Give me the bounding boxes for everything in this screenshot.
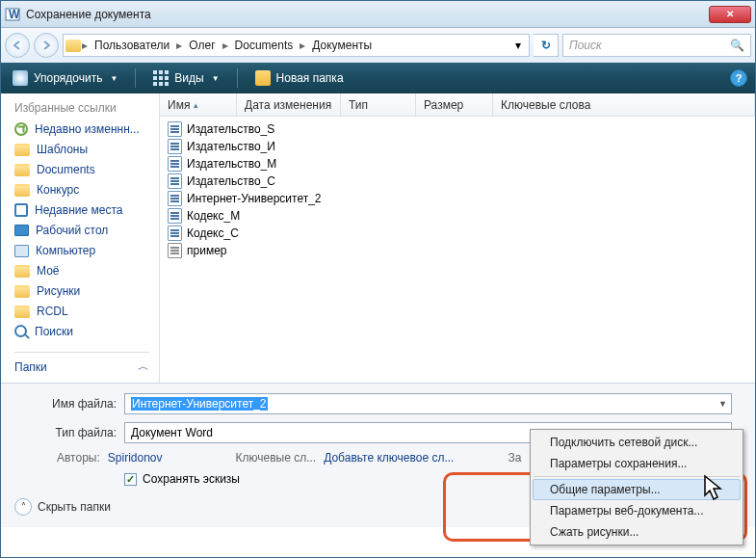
word-app-icon: W bbox=[5, 7, 20, 22]
document-icon bbox=[168, 173, 182, 189]
document-icon bbox=[168, 208, 182, 224]
filename-input[interactable]: Интернет-Университет_2 ▼ bbox=[124, 393, 732, 414]
title-label: За bbox=[508, 451, 521, 465]
views-button[interactable]: Виды ▼ bbox=[149, 68, 222, 88]
sidebar-item[interactable]: Компьютер bbox=[14, 244, 149, 257]
hide-folders-button[interactable]: ˄ Скрыть папки bbox=[14, 498, 111, 516]
document-icon bbox=[168, 139, 182, 154]
sidebar-item-label: Рабочий стол bbox=[36, 224, 108, 237]
help-button[interactable]: ? bbox=[730, 69, 747, 87]
file-row[interactable]: Издательство_М bbox=[160, 155, 755, 173]
chevron-up-circle-icon: ˄ bbox=[14, 498, 32, 516]
file-row[interactable]: Издательство_И bbox=[160, 138, 755, 155]
places-icon bbox=[14, 203, 28, 217]
tools-context-menu: Подключить сетевой диск... Параметры сох… bbox=[530, 429, 743, 545]
sidebar-item-label: Недавно изменнн... bbox=[35, 122, 140, 136]
search-input[interactable]: Поиск 🔍 bbox=[562, 34, 751, 57]
file-name: Кодекс_М bbox=[187, 209, 240, 223]
search-icon bbox=[14, 325, 28, 338]
sidebar-item[interactable]: Шаблоны bbox=[14, 143, 149, 156]
sidebar-item[interactable]: Конкурс bbox=[14, 183, 149, 197]
breadcrumb-segment[interactable]: Documents bbox=[229, 39, 300, 52]
file-name: Интернет-Университет_2 bbox=[187, 192, 322, 205]
menu-web-doc-options[interactable]: Параметры веб-документа... bbox=[533, 500, 741, 521]
file-row[interactable]: Издательство_S bbox=[160, 120, 755, 138]
recent-icon bbox=[14, 122, 28, 136]
chevron-up-icon: ︿ bbox=[138, 359, 149, 375]
new-folder-icon bbox=[255, 70, 271, 86]
command-toolbar: Упорядочить ▼ Виды ▼ Новая папка ? bbox=[1, 63, 755, 93]
column-keywords[interactable]: Ключевые слова bbox=[493, 93, 755, 116]
authors-value[interactable]: Spiridonov bbox=[108, 451, 163, 465]
sidebar-item-label: Компьютер bbox=[36, 244, 95, 257]
organize-button[interactable]: Упорядочить ▼ bbox=[9, 68, 121, 88]
new-folder-button[interactable]: Новая папка bbox=[251, 68, 348, 88]
file-name: Издательство_S bbox=[187, 122, 274, 136]
breadcrumb-segment[interactable]: Олег bbox=[183, 39, 221, 52]
sidebar-item[interactable]: Недавно изменнн... bbox=[14, 122, 149, 136]
organize-icon bbox=[13, 70, 28, 86]
menu-connect-drive[interactable]: Подключить сетевой диск... bbox=[533, 432, 741, 453]
folder-icon bbox=[65, 40, 81, 52]
svg-text:W: W bbox=[9, 8, 20, 21]
address-bar[interactable]: ▸ Пользователи▸ Олег▸ Documents▸ Докумен… bbox=[63, 34, 530, 57]
file-row[interactable]: Кодекс_С bbox=[160, 225, 755, 242]
sidebar-item[interactable]: Поиски bbox=[14, 325, 149, 338]
file-row[interactable]: Издательство_С bbox=[160, 173, 755, 190]
menu-save-options[interactable]: Параметры сохранения... bbox=[533, 453, 741, 474]
sidebar-item-label: Конкурс bbox=[37, 183, 79, 197]
column-date[interactable]: Дата изменения bbox=[237, 93, 341, 116]
sidebar-item-label: Шаблоны bbox=[37, 143, 88, 156]
titlebar[interactable]: W Сохранение документа ✕ bbox=[1, 1, 755, 28]
column-size[interactable]: Размер bbox=[416, 93, 493, 116]
sidebar-item[interactable]: Недавние места bbox=[14, 203, 149, 217]
filetype-label: Тип файла: bbox=[24, 426, 117, 439]
sidebar-item-label: Рисунки bbox=[37, 284, 80, 298]
folder-icon bbox=[14, 184, 30, 197]
file-row[interactable]: Интернет-Университет_2 bbox=[160, 190, 755, 207]
sidebar-item[interactable]: Моё bbox=[14, 264, 149, 278]
save-thumbnails-checkbox[interactable]: ✓ bbox=[124, 473, 137, 486]
close-button[interactable]: ✕ bbox=[709, 6, 751, 23]
folders-toggle[interactable]: Папки ︿ bbox=[14, 352, 149, 381]
window-title: Сохранение документа bbox=[26, 8, 709, 21]
folder-icon bbox=[14, 306, 30, 318]
breadcrumb-segment[interactable]: Пользователи bbox=[89, 39, 175, 52]
file-name: Издательство_И bbox=[187, 140, 275, 153]
sidebar-item[interactable]: Documents bbox=[14, 163, 149, 176]
sidebar-item[interactable]: Рабочий стол bbox=[14, 224, 149, 237]
column-name[interactable]: Имя▴ bbox=[160, 93, 237, 116]
file-name: Кодекс_С bbox=[187, 226, 239, 240]
sidebar-item-label: RCDL bbox=[37, 305, 68, 318]
document-icon bbox=[168, 243, 182, 258]
favorites-header: Избранные ссылки bbox=[14, 101, 149, 115]
sidebar-item-label: Недавние места bbox=[35, 203, 122, 217]
menu-general-options[interactable]: Общие параметры... bbox=[533, 479, 741, 500]
column-type[interactable]: Тип bbox=[341, 93, 416, 116]
navigation-bar: ▸ Пользователи▸ Олег▸ Documents▸ Докумен… bbox=[1, 28, 755, 63]
keywords-label: Ключевые сл... bbox=[236, 451, 317, 465]
sidebar-item[interactable]: RCDL bbox=[14, 305, 149, 318]
file-row[interactable]: пример bbox=[160, 242, 755, 259]
breadcrumb-segment[interactable]: Документы bbox=[306, 39, 378, 52]
back-button[interactable] bbox=[5, 33, 30, 58]
file-list-panel: Имя▴ Дата изменения Тип Размер Ключевые … bbox=[160, 93, 755, 383]
views-icon bbox=[153, 70, 169, 86]
keywords-placeholder[interactable]: Добавьте ключевое сл... bbox=[324, 451, 454, 465]
refresh-button[interactable]: ↻ bbox=[534, 34, 559, 57]
file-name: пример bbox=[187, 244, 226, 257]
document-icon bbox=[168, 156, 182, 172]
sidebar-item[interactable]: Рисунки bbox=[14, 284, 149, 298]
search-icon: 🔍 bbox=[730, 39, 744, 52]
save-thumbnails-label: Сохранять эскизы bbox=[143, 472, 240, 486]
menu-compress-images[interactable]: Сжать рисунки... bbox=[533, 521, 741, 543]
desktop-icon bbox=[14, 225, 29, 236]
folder-icon bbox=[14, 144, 30, 156]
chevron-down-icon[interactable]: ▼ bbox=[718, 399, 727, 409]
computer-icon bbox=[14, 245, 29, 257]
sidebar-item-label: Documents bbox=[37, 163, 95, 176]
file-row[interactable]: Кодекс_М bbox=[160, 207, 755, 225]
forward-button[interactable] bbox=[34, 33, 59, 58]
column-headers: Имя▴ Дата изменения Тип Размер Ключевые … bbox=[160, 93, 755, 117]
address-dropdown[interactable]: ▾ bbox=[509, 39, 527, 52]
